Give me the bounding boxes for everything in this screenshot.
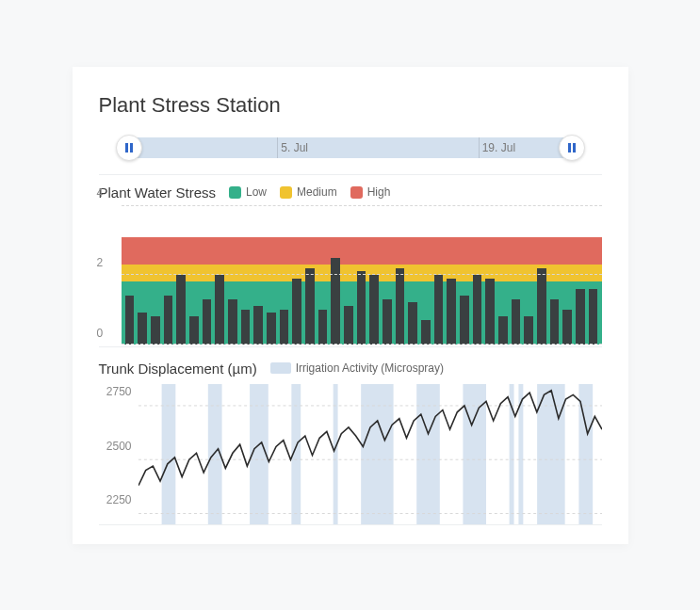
slider-track[interactable]: 5. Jul19. Jul	[137, 137, 564, 158]
irrigation-band	[416, 384, 440, 524]
time-range-slider[interactable]: 5. Jul19. Jul	[116, 135, 585, 161]
stress-bar[interactable]	[267, 313, 276, 344]
pause-icon	[567, 142, 577, 153]
legend-low[interactable]: Low	[229, 185, 267, 199]
legend-label: High	[367, 185, 391, 199]
stress-bar[interactable]	[473, 275, 482, 345]
stress-bar[interactable]	[280, 310, 289, 345]
trunk-title: Trunk Displacement (µm)	[99, 361, 257, 377]
stress-bar[interactable]	[485, 279, 495, 345]
stress-section-header: Plant Water Stress Low Medium High	[99, 185, 602, 201]
stress-bars	[122, 206, 602, 345]
stress-bar[interactable]	[215, 275, 224, 345]
svg-rect-2	[568, 143, 571, 152]
legend-label: Medium	[297, 185, 337, 199]
stress-bar[interactable]	[537, 268, 546, 345]
legend-label: Low	[246, 185, 267, 199]
stress-chart[interactable]: 024	[99, 206, 602, 347]
dashboard-card: Plant Stress Station 5. Jul19. Jul Plant…	[73, 67, 628, 544]
legend-label: Irrigation Activity (Microspray)	[296, 361, 444, 375]
stress-bar[interactable]	[292, 279, 301, 345]
stress-bar[interactable]	[447, 279, 456, 345]
stress-bar[interactable]	[369, 275, 379, 345]
trunk-chart[interactable]: 225025002750	[99, 384, 602, 525]
stress-bar[interactable]	[203, 299, 212, 345]
stress-bar[interactable]	[176, 275, 186, 345]
y-tick-label: 0	[97, 327, 104, 340]
stress-bar[interactable]	[305, 268, 315, 345]
irrigation-band	[333, 384, 337, 524]
y-tick-label: 2	[97, 256, 104, 269]
gridline	[122, 205, 602, 206]
slider-tick	[277, 137, 278, 158]
stress-bar[interactable]	[241, 310, 251, 345]
legend-swatch	[280, 186, 292, 199]
stress-y-axis: 024	[97, 206, 116, 346]
gridline	[122, 344, 602, 345]
stress-bar[interactable]	[151, 316, 160, 344]
slider-tick-label: 19. Jul	[482, 141, 515, 154]
legend-medium[interactable]: Medium	[280, 185, 337, 199]
stress-bar[interactable]	[434, 275, 444, 345]
irrigation-band	[537, 384, 565, 524]
svg-rect-1	[130, 143, 133, 152]
gridline	[122, 274, 602, 275]
divider	[99, 174, 602, 175]
svg-rect-0	[125, 143, 128, 152]
stress-bar[interactable]	[344, 306, 353, 344]
y-tick-label: 4	[97, 186, 104, 200]
stress-bar[interactable]	[331, 258, 340, 345]
stress-bar[interactable]	[460, 296, 469, 344]
slider-tick	[479, 137, 480, 158]
stress-bar[interactable]	[512, 299, 521, 345]
trunk-plot-area	[138, 384, 602, 524]
stress-bar[interactable]	[421, 320, 431, 345]
slider-handle-right[interactable]	[559, 135, 585, 161]
stress-bar[interactable]	[562, 310, 572, 345]
stress-bar[interactable]	[498, 316, 508, 344]
stress-bar[interactable]	[138, 313, 147, 344]
irrigation-band	[361, 384, 393, 524]
stress-bar[interactable]	[383, 299, 392, 345]
stress-bar[interactable]	[125, 296, 135, 344]
stress-bar[interactable]	[189, 316, 199, 344]
stress-bar[interactable]	[408, 302, 417, 344]
y-tick-label: 2250	[106, 493, 132, 506]
stress-plot-area	[122, 206, 602, 345]
stress-bar[interactable]	[228, 299, 237, 345]
pause-icon	[124, 142, 134, 153]
legend-high[interactable]: High	[350, 185, 391, 199]
slider-tick-label: 5. Jul	[281, 141, 308, 154]
stress-bar[interactable]	[524, 316, 533, 344]
y-tick-label: 2750	[106, 385, 132, 398]
stress-bar[interactable]	[576, 289, 585, 345]
stress-bar[interactable]	[550, 299, 560, 345]
stress-bar[interactable]	[164, 296, 173, 344]
stress-bar[interactable]	[396, 268, 405, 345]
legend-irrigation[interactable]: Irrigation Activity (Microspray)	[270, 361, 444, 375]
slider-handle-left[interactable]	[116, 135, 142, 161]
station-title: Plant Stress Station	[99, 93, 602, 118]
svg-rect-3	[573, 143, 576, 152]
irrigation-band	[161, 384, 175, 524]
stress-bar[interactable]	[357, 271, 366, 344]
stress-bar[interactable]	[318, 310, 328, 345]
stress-bar[interactable]	[253, 306, 263, 344]
legend-swatch	[350, 186, 363, 199]
legend-swatch	[229, 186, 241, 199]
stress-title: Plant Water Stress	[99, 185, 216, 201]
legend-swatch	[270, 362, 291, 374]
trunk-y-axis: 225025002750	[90, 384, 132, 524]
y-tick-label: 2500	[106, 440, 132, 453]
trunk-section-header: Trunk Displacement (µm) Irrigation Activ…	[99, 361, 602, 377]
stress-bar[interactable]	[589, 289, 598, 345]
